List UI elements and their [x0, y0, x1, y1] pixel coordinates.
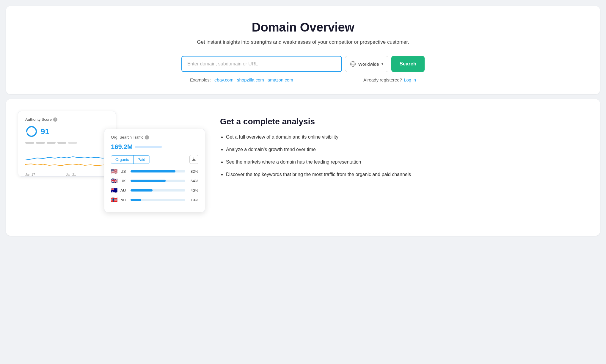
- tab-organic[interactable]: Organic: [111, 156, 133, 164]
- bar-track-us: [131, 170, 185, 172]
- chart-labels: Jan 17 Jan 21 J: [25, 173, 109, 176]
- auth-bar-1: [25, 142, 34, 144]
- authority-score-card: Authority Score i 91: [18, 111, 116, 177]
- country-code-au: AU: [120, 188, 128, 193]
- svg-point-1: [352, 62, 354, 67]
- authority-score-label: Authority Score i: [25, 117, 109, 122]
- country-code-no: NO: [120, 198, 128, 202]
- flag-no: 🇳🇴: [111, 197, 118, 203]
- flag-uk: 🇬🇧: [111, 178, 118, 184]
- export-icon: [192, 157, 196, 161]
- pct-label-no: 19%: [188, 198, 198, 202]
- auth-line-chart: Jan 17 Jan 21 J: [25, 147, 109, 170]
- bar-fill-au: [131, 189, 153, 192]
- auth-bar-5: [68, 142, 77, 144]
- pct-label-uk: 64%: [188, 179, 198, 183]
- traffic-label: Org. Search Traffic i: [111, 135, 198, 139]
- export-button[interactable]: [189, 155, 198, 164]
- already-registered: Already registered? Log in: [363, 77, 416, 82]
- country-code-us: US: [120, 169, 128, 174]
- hero-card: Domain Overview Get instant insights int…: [6, 6, 600, 94]
- traffic-sparkbar: [135, 146, 162, 148]
- pct-label-au: 40%: [188, 188, 198, 193]
- country-list: 🇺🇸 US 82% 🇬🇧 UK 64% 🇦🇺 AU 40% 🇳🇴 NO: [111, 168, 198, 203]
- bar-track-au: [131, 189, 185, 192]
- bar-fill-us: [131, 170, 175, 172]
- pct-label-us: 82%: [188, 169, 198, 174]
- example-ebay[interactable]: ebay.com: [214, 77, 233, 82]
- globe-icon: [350, 61, 356, 67]
- bullet-list: Get a full overview of a domain and its …: [220, 134, 588, 178]
- bar-track-uk: [131, 180, 185, 182]
- auth-bar-4: [57, 142, 66, 144]
- gauge-circle: [25, 125, 38, 138]
- tabs-row: Organic Paid: [111, 155, 198, 164]
- auth-bar-3: [47, 142, 56, 144]
- page-title: Domain Overview: [18, 20, 588, 34]
- example-amazon[interactable]: amazon.com: [268, 77, 293, 82]
- bullet-4: Discover the top keywords that bring the…: [226, 171, 588, 178]
- examples-label: Examples:: [190, 77, 211, 82]
- examples-left: Examples: ebay.com shopzilla.com amazon.…: [190, 77, 293, 82]
- chevron-down-icon: ▾: [382, 62, 383, 66]
- country-row: 🇳🇴 NO 19%: [111, 197, 198, 203]
- tab-paid[interactable]: Paid: [133, 156, 150, 164]
- bullet-2: Analyze a domain's growth trend over tim…: [226, 146, 588, 153]
- example-shopzilla[interactable]: shopzilla.com: [237, 77, 264, 82]
- bar-track-no: [131, 199, 185, 201]
- auth-bar-row: [25, 142, 109, 144]
- svg-point-0: [350, 62, 355, 67]
- flag-au: 🇦🇺: [111, 187, 118, 194]
- svg-point-5: [27, 127, 36, 136]
- country-row: 🇺🇸 US 82%: [111, 168, 198, 175]
- flag-us: 🇺🇸: [111, 168, 118, 175]
- bullet-1: Get a full overview of a domain and its …: [226, 134, 588, 141]
- login-link[interactable]: Log in: [404, 77, 416, 82]
- country-row: 🇦🇺 AU 40%: [111, 187, 198, 194]
- search-row: Worldwide ▾ Search: [18, 56, 588, 72]
- domain-input[interactable]: [181, 56, 342, 72]
- country-code-uk: UK: [120, 179, 128, 183]
- search-button[interactable]: Search: [391, 56, 425, 72]
- traffic-value: 169.2M: [111, 143, 198, 151]
- bar-fill-uk: [131, 180, 166, 182]
- analysis-title: Get a complete analysis: [220, 117, 588, 126]
- worldwide-label: Worldwide: [358, 62, 379, 67]
- examples-row: Examples: ebay.com shopzilla.com amazon.…: [190, 77, 416, 82]
- bullet-3: See the markets where a domain has the l…: [226, 159, 588, 166]
- authority-score-value: 91: [25, 125, 109, 138]
- authority-info-icon: i: [53, 117, 57, 122]
- analysis-side: Get a complete analysis Get a full overv…: [220, 111, 588, 178]
- auth-bar-2: [36, 142, 45, 144]
- hero-subtitle: Get instant insights into strengths and …: [18, 39, 588, 45]
- bottom-card: Authority Score i 91: [6, 99, 600, 236]
- traffic-info-icon: i: [145, 135, 149, 139]
- worldwide-dropdown[interactable]: Worldwide ▾: [345, 56, 388, 72]
- already-registered-text: Already registered?: [363, 77, 402, 82]
- bar-fill-no: [131, 199, 141, 201]
- widget-area: Authority Score i 91: [18, 111, 205, 224]
- tab-group: Organic Paid: [111, 155, 150, 164]
- country-row: 🇬🇧 UK 64%: [111, 178, 198, 184]
- traffic-card: Org. Search Traffic i 169.2M Organic Pai…: [104, 129, 205, 212]
